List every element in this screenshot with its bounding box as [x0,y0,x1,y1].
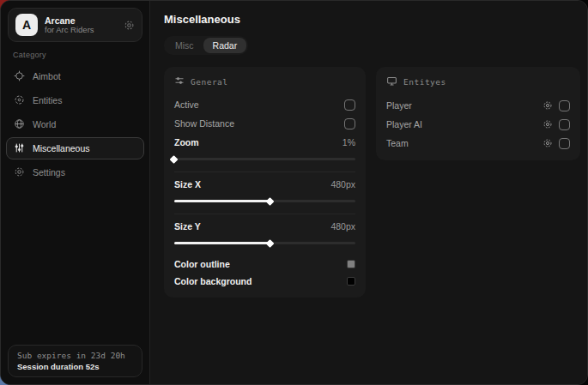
show-distance-row: Show Distance [174,114,355,133]
general-panel: General Active Show Distance Zoom 1% [164,67,366,298]
globe-icon [14,118,25,131]
sidebar-item-aimbot[interactable]: Aimbot [6,64,144,88]
entities-icon [14,94,25,107]
color-outline-label: Color outline [174,259,230,269]
session-duration-text: Session duration 52s [17,362,133,371]
player-ai-checkbox[interactable] [559,119,570,130]
monitor-icon [386,75,397,88]
size-y-block: Size Y 480px [174,217,355,256]
color-background-swatch[interactable] [347,277,355,286]
player-ai-label: Player AI [386,119,422,129]
player-checkbox[interactable] [559,100,570,111]
brand-card: A Arcane for Arc Riders [8,8,142,42]
category-label: Category [13,51,149,59]
crosshair-icon [14,70,25,83]
panel-title: Entityes [403,77,446,87]
size-x-value: 480px [330,179,355,189]
color-background-row: Color background [174,273,355,290]
subscription-status-card: Sub expires in 23d 20h Session duration … [8,345,142,377]
sliders-icon [14,142,25,155]
sub-expiry-text: Sub expires in 23d 20h [17,351,133,360]
player-gear-icon[interactable] [543,100,553,111]
app-subtitle: for Arc Riders [45,26,117,35]
sidebar-item-miscellaneous[interactable]: Miscellaneous [6,137,144,159]
team-checkbox[interactable] [559,138,570,149]
size-y-slider[interactable] [174,242,355,244]
sidebar-item-label: Settings [33,167,65,177]
size-y-value: 480px [330,221,355,232]
app-title: Arcane [45,15,117,26]
player-label: Player [386,100,412,111]
gear-icon [14,166,25,179]
active-label: Active [174,99,199,110]
sidebar-item-label: Aimbot [33,71,61,81]
tab-group: Misc Radar [164,36,248,55]
page-title: Miscellaneous [164,13,580,26]
panel-title: General [191,77,228,87]
size-x-slider-thumb[interactable] [265,197,274,206]
sidebar-item-world[interactable]: World [6,112,144,136]
tab-misc[interactable]: Misc [166,38,203,53]
size-y-label: Size Y [174,221,201,232]
zoom-block: Zoom 1% [174,133,355,172]
size-x-label: Size X [174,179,201,189]
size-x-slider[interactable] [174,200,355,202]
sidebar-item-settings[interactable]: Settings [6,160,144,184]
app-window: A Arcane for Arc Riders Category [0,0,588,385]
screen: A Arcane for Arc Riders Category [0,0,588,385]
player-ai-gear-icon[interactable] [543,119,553,129]
color-outline-swatch[interactable] [347,260,355,268]
show-distance-checkbox[interactable] [344,118,355,129]
sidebar-item-label: Entities [33,95,62,105]
zoom-value: 1% [342,137,355,147]
settings-gear-icon[interactable] [124,20,135,31]
zoom-label: Zoom [174,137,199,147]
zoom-slider-thumb[interactable] [170,155,179,164]
player-row: Player [386,96,570,115]
app-logo: A [15,14,38,36]
size-x-block: Size X 480px [174,175,355,214]
main-content: Miscellaneous Misc Radar Gene [150,1,588,384]
color-background-label: Color background [174,276,252,286]
player-ai-row: Player AI [386,115,570,134]
sidebar-item-label: World [33,119,56,129]
tab-radar[interactable]: Radar [203,38,247,53]
entities-panel: Entityes Player [376,67,580,160]
zoom-slider[interactable] [174,158,355,160]
size-y-slider-thumb[interactable] [265,239,274,248]
sliders-small-icon [174,75,185,87]
show-distance-label: Show Distance [174,118,234,129]
team-row: Team [386,134,570,153]
color-outline-row: Color outline [174,256,355,273]
active-row: Active [174,95,355,114]
sidebar-item-label: Miscellaneous [33,143,90,153]
panels-row: General Active Show Distance Zoom 1% [164,67,580,298]
sidebar-item-entities[interactable]: Entities [6,88,144,112]
active-checkbox[interactable] [344,99,355,111]
team-gear-icon[interactable] [543,138,553,148]
sidebar-nav: Aimbot Entities Wo [1,64,149,184]
sidebar: A Arcane for Arc Riders Category [1,1,150,384]
team-label: Team [386,138,409,148]
